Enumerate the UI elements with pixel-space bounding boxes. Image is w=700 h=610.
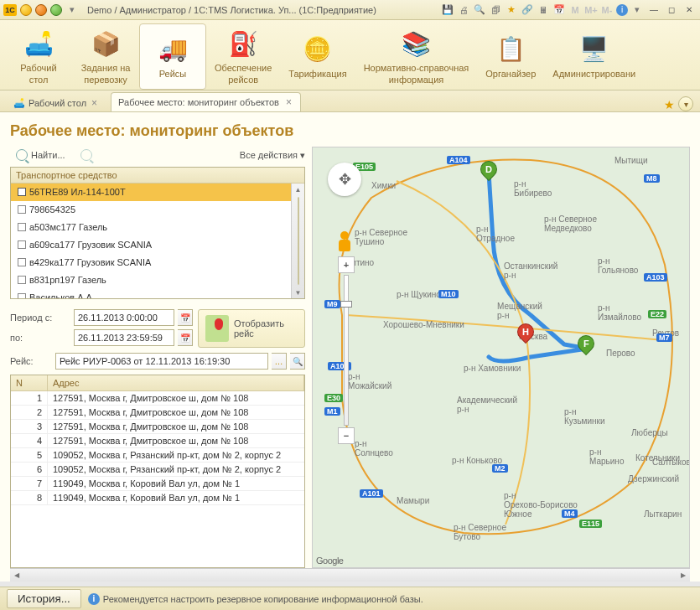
streetview-pegman-icon[interactable] [333,231,356,255]
tab-home[interactable]: 🛋️ Рабочий стол × [7,95,106,111]
toolbar-admin-button[interactable]: 🖥️Администрировани [544,23,644,90]
map-place-label: р-н Северное Тушино [355,228,407,246]
vehicle-row[interactable]: а503мс177 Газель [11,219,291,236]
address-row[interactable]: 3127591, Москва г, Дмитровское ш, дом № … [11,420,304,434]
display-route-button[interactable]: Отобразить рейс [198,309,305,348]
zoom-in-button[interactable]: + [338,256,355,273]
scroll-right-icon[interactable]: ▶ [677,569,690,582]
address-col-addr: Адрес [48,375,304,390]
address-row[interactable]: 1127591, Москва г, Дмитровское ш, дом № … [11,391,304,406]
memory-m-button[interactable]: M [568,3,582,17]
map-marker[interactable]: H [517,323,534,347]
vehicle-list-scrollbar[interactable]: ▲ ▼ [291,184,304,298]
toolbar-tariff-button[interactable]: 🪙Тарификация [280,23,355,90]
calculator-icon[interactable]: 🖩 [537,3,550,17]
close-icon[interactable]: × [90,97,99,109]
road-badge: M8 [644,174,660,183]
map-place-label: Мещанский р-н [497,302,542,320]
zoom-slider[interactable] [344,275,349,426]
vehicle-row[interactable]: Васильков А.А. [11,289,291,298]
vehicle-row[interactable]: 56TRE89 Ил-114-100T [11,184,291,201]
info-icon[interactable]: i [616,4,628,16]
titlebar-circle-yellow-icon[interactable] [20,4,32,16]
print-icon[interactable]: 🖨 [457,3,470,17]
tab-monitoring[interactable]: Рабочее место: мониторинг объектов × [111,92,301,111]
horizontal-scrollbar[interactable]: ◀ ▶ [10,568,690,582]
map-place-label: р-н Марьино [589,447,624,466]
road-badge: A104 [447,156,470,164]
window-minimize-button[interactable]: — [646,4,661,16]
scroll-down-icon[interactable]: ▼ [292,287,304,298]
address-row[interactable]: 5109052, Москва г, Рязанский пр-кт, дом … [11,448,304,463]
route-search-icon[interactable]: 🔍 [290,353,305,370]
preview-icon[interactable]: 🔍 [473,3,486,17]
scroll-left-icon[interactable]: ◀ [10,569,23,582]
close-icon[interactable]: × [284,96,293,108]
scroll-up-icon[interactable]: ▲ [292,184,304,195]
titlebar-circle-orange-icon[interactable] [35,4,47,16]
address-row[interactable]: 4127591, Москва г, Дмитровское ш, дом № … [11,434,304,448]
fuel-icon: ⛽ [226,28,260,59]
toolbar-organizer-button[interactable]: 📋Органайзер [477,23,544,90]
address-row[interactable]: 7119049, Москва г, Коровий Вал ул, дом №… [11,477,304,491]
toolbar-supply-button[interactable]: ⛽Обеспечение рейсов [206,23,280,90]
zoom-out-button[interactable]: − [338,427,355,444]
history-button[interactable]: История... [7,589,81,608]
period-from-input[interactable]: 26.11.2013 0:00:00 [74,309,174,326]
address-row[interactable]: 2127591, Москва г, Дмитровское ш, дом № … [11,406,304,420]
memory-mminus-button[interactable]: M- [600,3,614,17]
address-row[interactable]: 6109052, Москва г, Рязанский пр-кт, дом … [11,463,304,477]
content-area: Рабочее место: мониторинг объектов Найти… [0,112,700,582]
vehicle-row[interactable]: в831рп197 Газель [11,271,291,289]
desktop-icon: 🛋️ [22,28,55,59]
info-dropdown-icon[interactable]: ▾ [630,3,644,17]
period-to-input[interactable]: 26.11.2013 23:59:59 [74,329,174,346]
toolbar-tasks-button[interactable]: 📦Задания на перевозку [72,23,139,90]
toolbar-reference-button[interactable]: 📚Нормативно-справочная информация [355,23,478,90]
route-label: Рейс: [10,356,52,366]
map-panel[interactable]: ХимкиМытищир-н Бибиревор-н Отрадноер-н С… [312,147,690,568]
calendar-icon[interactable]: 📅 [552,3,566,17]
route-select-icon[interactable]: … [272,353,287,370]
titlebar-dropdown-icon[interactable]: ▾ [65,3,79,17]
star-icon[interactable]: ★ [505,3,518,17]
truck-icon: 🚚 [156,34,189,65]
window-restore-button[interactable]: ◻ [664,4,679,16]
address-table: N Адрес 1127591, Москва г, Дмитровское ш… [10,375,305,568]
address-col-n: N [11,375,48,390]
find-button[interactable]: Найти... [10,147,71,163]
map-pan-control[interactable] [328,163,361,196]
vehicle-row[interactable]: в429ка177 Грузовик SCANIA [11,254,291,271]
address-row[interactable]: 8119049, Москва г, Коровий Вал ул, дом №… [11,491,304,505]
zoom-thumb[interactable] [340,301,352,308]
all-actions-button[interactable]: Все действия ▾ [240,150,305,161]
map-marker[interactable]: F [578,335,594,359]
compare-icon[interactable]: 🗐 [489,3,502,17]
link-icon[interactable]: 🔗 [521,3,534,17]
map-place-label: Перово [606,349,635,358]
toolbar-routes-button[interactable]: 🚚Рейсы [139,23,206,90]
road-badge: E115 [579,520,602,528]
toolbar-desktop-button[interactable]: 🛋️Рабочий стол [5,23,72,90]
map-marker[interactable]: D [480,161,497,184]
expand-all-tabs-button[interactable]: ▾ [678,96,693,111]
vehicle-row[interactable]: 798654325 [11,201,291,219]
memory-mplus-button[interactable]: M+ [584,3,598,17]
map-zoom-control: + − [338,256,355,444]
map-place-label: р-н Отрадное [476,225,515,243]
scroll-thumb[interactable] [298,197,299,285]
map-place-label: Люберцы [631,428,668,437]
clipboard-icon: 📋 [494,34,527,65]
search-clear-icon [80,149,92,161]
status-bar: История... i Рекомендуется настроить рез… [0,587,700,610]
vehicle-row[interactable]: а609са177 Грузовик SCANIA [11,236,291,254]
calendar-picker-icon[interactable]: 📅 [178,309,193,326]
titlebar-circle-green-icon[interactable] [50,4,62,16]
calendar-picker-icon[interactable]: 📅 [178,329,193,346]
favorites-star-icon[interactable]: ★ [664,98,675,111]
road-badge: A103 [644,273,667,282]
window-close-button[interactable]: ✕ [682,4,697,16]
route-input[interactable]: Рейс РИУР-0063 от 12.11.2013 16:19:30 [55,353,268,370]
save-icon[interactable]: 💾 [441,3,454,17]
clear-search-button[interactable] [75,147,98,163]
